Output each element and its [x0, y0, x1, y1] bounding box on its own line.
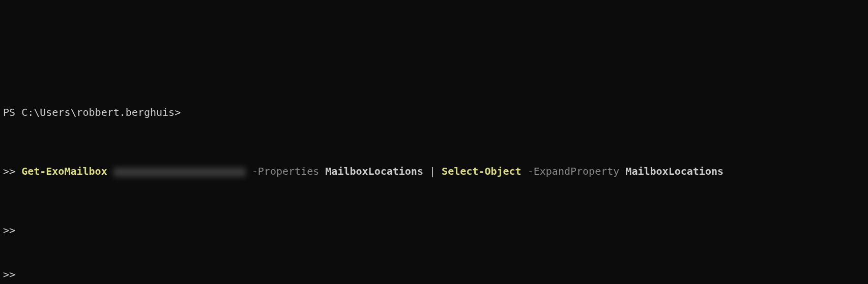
value-mailboxlocations-1: MailboxLocations — [325, 165, 423, 177]
continuation-empty: >> — [3, 267, 865, 282]
param-expandproperty: -ExpandProperty — [528, 165, 620, 177]
prompt-arrow: > — [175, 106, 181, 118]
continuation-prompt: >> — [3, 165, 21, 177]
cmdlet-get-exomailbox: Get-ExoMailbox — [21, 165, 107, 177]
cmdlet-select-object: Select-Object — [442, 165, 522, 177]
terminal-output[interactable]: PS C:\Users\robbert.berghuis> >> Get-Exo… — [3, 61, 865, 284]
value-mailboxlocations-2: MailboxLocations — [625, 165, 724, 177]
pipe-operator: | — [429, 165, 436, 177]
continuation-empty: >> — [3, 223, 865, 238]
cwd-path: C:\Users\robbert.berghuis — [21, 106, 175, 118]
prompt-line: PS C:\Users\robbert.berghuis> — [3, 105, 865, 120]
redacted-identity — [113, 168, 246, 177]
ps-prefix: PS — [3, 106, 21, 118]
param-properties: -Properties — [252, 165, 319, 177]
command-line: >> Get-ExoMailbox -Properties MailboxLoc… — [3, 164, 865, 179]
